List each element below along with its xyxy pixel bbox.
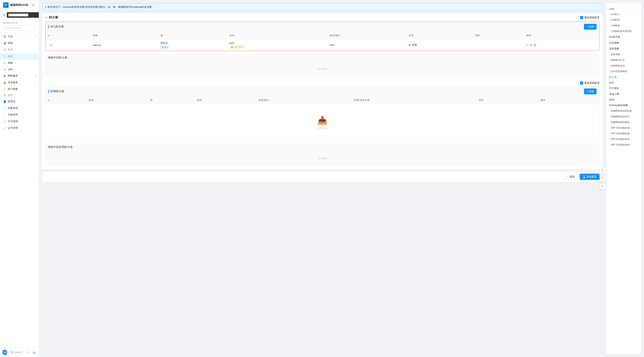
app-cover-wrap: ✓ 覆盖模板配置 bbox=[42, 80, 603, 86]
sidebar-item-vrf[interactable]: ◇ VRF bbox=[0, 66, 39, 72]
arrow-icon: ▾ bbox=[35, 75, 36, 77]
sidebar-item-template[interactable]: □ 模板 bbox=[0, 60, 39, 66]
chart-button[interactable]: 📊 bbox=[32, 350, 36, 355]
floating-edit-btn[interactable]: ✏ bbox=[600, 183, 606, 189]
cover-template-checkbox[interactable]: ✓ bbox=[580, 16, 583, 19]
acl-card-header: ACL防火墙 + 新建 bbox=[46, 22, 599, 32]
right-nav-tcp-opt[interactable]: TCP优化 bbox=[606, 85, 641, 91]
right-nav-lan-config[interactable]: LAN配置 bbox=[606, 17, 641, 23]
app-firewall-card: 应用防火墙 + 新建 # 名称 源 目的 协议/端口 应用/业务分类 bbox=[45, 86, 600, 142]
right-nav-qos-map[interactable]: QoS优先级映射 bbox=[606, 69, 641, 74]
sidebar-item-site[interactable]: □ 站点 bbox=[0, 53, 39, 60]
acl-table-head: # 名称 源 目的 协议/端口 状态 动作 操作 bbox=[46, 32, 599, 39]
save-button[interactable]: 💾 保存配置 bbox=[580, 174, 600, 180]
app-cover-checkbox[interactable]: ✓ bbox=[580, 81, 583, 85]
upgrade-icon: ↑ bbox=[3, 113, 6, 116]
sidebar-item-network[interactable]: ⊞ 网络服务 ▾ bbox=[0, 72, 39, 79]
right-nav-internet[interactable]: 本地上网 bbox=[606, 91, 641, 97]
right-nav-transport-route-recv[interactable]: 传输网络路由接收... bbox=[606, 119, 641, 125]
sidebar-item-alert[interactable]: ○ 告警管理 bbox=[0, 105, 39, 111]
app-col-name: 名称 bbox=[86, 96, 147, 104]
app-col-dest: 目的 bbox=[194, 96, 256, 104]
right-nav-auth[interactable]: 认证策略 bbox=[606, 40, 641, 46]
right-nav-biz[interactable]: 业务策略 bbox=[606, 46, 641, 52]
section-toggle[interactable]: ▼ bbox=[45, 16, 48, 19]
template-app-empty: 暂无数据 bbox=[45, 151, 600, 166]
app-cover-label: 覆盖模板配置 bbox=[584, 81, 600, 85]
template-icon: □ bbox=[3, 61, 6, 64]
sidebar-item-license[interactable]: ○ 许可管理 bbox=[0, 118, 39, 125]
template-acl-empty: 暂无数据 bbox=[45, 61, 600, 77]
col-action: 动作 bbox=[472, 32, 524, 39]
sidebar-logo: N 南凌科技SASE ☰ bbox=[0, 0, 39, 10]
floating-text-btn[interactable]: T bbox=[600, 168, 606, 174]
right-nav-firewall[interactable]: 防火墙 bbox=[606, 74, 641, 80]
region-select[interactable]: 请选择站点区域 ▾ bbox=[2, 25, 36, 30]
app-col-protocol: 协议/端口 bbox=[256, 96, 351, 104]
acl-firewall-card: ACL防火墙 + 新建 # 名称 源 目的 协议/端口 状态 bbox=[45, 22, 600, 51]
app-title: 南凌科技SASE bbox=[10, 3, 28, 7]
sidebar-item-log[interactable]: ☰ 日志 ▾ bbox=[0, 33, 39, 40]
acl-table: # 名称 源 目的 协议/端口 状态 动作 操作 bbox=[46, 32, 599, 51]
right-nav-lan-route-pub[interactable]: LAN路由发布优先级 bbox=[606, 28, 641, 34]
search-icon: 🔍 bbox=[2, 13, 6, 16]
info-icon: ℹ bbox=[45, 5, 46, 8]
sidebar-collapse-btn[interactable]: ☰ bbox=[31, 3, 36, 7]
source-tag: ▤ test bbox=[160, 45, 169, 49]
right-nav-vrf-e2e-1[interactable]: VRF E2E路由发布... bbox=[606, 136, 641, 142]
dest-tag: 🔒 dst_block bbox=[229, 45, 244, 48]
template-acl-section: 模板中的防火墙 暂无数据 bbox=[45, 54, 600, 77]
chevron-down-icon: ▾ bbox=[34, 26, 35, 29]
cert-icon: ○ bbox=[3, 126, 6, 130]
table-row: ≡1 rule111 本站点 ▤ test bbox=[46, 39, 599, 51]
app-empty-cell: 📥 暂无数据 bbox=[46, 104, 599, 142]
delete-icon[interactable]: 🗑 bbox=[534, 43, 536, 47]
acl-table-body: ≡1 rule111 本站点 ▤ test bbox=[46, 39, 599, 51]
right-nav-transport-qos[interactable]: 传输网络QoS bbox=[606, 63, 641, 69]
sidebar-item-upgrade[interactable]: ↑ 升级管理 bbox=[0, 111, 39, 118]
app-col-ops: 操作 bbox=[538, 96, 599, 104]
cover-template-label: 覆盖模板配置 bbox=[584, 16, 600, 19]
right-nav-transport-route-pri[interactable]: 传输网络路由优先级 bbox=[606, 108, 641, 114]
col-name: 名称 bbox=[90, 32, 158, 39]
floating-help-btn[interactable]: ? bbox=[600, 175, 606, 182]
edit-icon[interactable]: ✏ bbox=[526, 43, 528, 47]
right-nav-biz-qos[interactable]: 保障级别行为 bbox=[606, 57, 641, 63]
right-nav-overlay-route[interactable]: Overlay路由策略 bbox=[606, 102, 641, 108]
sidebar-item-admin[interactable]: 👤 管理员 bbox=[0, 98, 39, 105]
right-nav-lan[interactable]: LAN bbox=[606, 6, 641, 11]
col-dest: 目的 bbox=[227, 32, 327, 39]
right-nav-dns[interactable]: DNS bbox=[606, 97, 641, 102]
right-nav-vrf-global-2[interactable]: VRF Global路由接... bbox=[606, 131, 641, 136]
right-nav-vrf-global-1[interactable]: VRF Global路由发... bbox=[606, 125, 641, 131]
footer-search-btn[interactable]: 🔍 Search bbox=[9, 350, 24, 355]
security-icon: 🔒 bbox=[3, 81, 6, 84]
right-nav-transport-route-pub[interactable]: 传输网络路由发布... bbox=[606, 114, 641, 119]
template-app-header: 模板中的应用防火墙 bbox=[45, 143, 600, 151]
sidebar-item-cert[interactable]: ○ 证书管理 bbox=[0, 125, 39, 131]
acl-new-button[interactable]: + 新建 bbox=[584, 24, 596, 30]
right-nav-lan-def[interactable]: LAN定义 bbox=[606, 11, 641, 17]
copy-icon[interactable]: ⧉ bbox=[530, 43, 532, 47]
help-button[interactable]: ? bbox=[25, 350, 30, 355]
right-nav-ha[interactable]: HA高可用 bbox=[606, 34, 641, 40]
firewall-title: 防火墙 bbox=[49, 15, 578, 19]
sidebar-item-tenant[interactable]: ○ 租户参数 bbox=[0, 86, 39, 92]
right-nav-biz-policy[interactable]: 业务策略 bbox=[606, 52, 641, 57]
right-nav-lan-route[interactable]: LAN路由 bbox=[606, 23, 641, 28]
sidebar-item-report[interactable]: ▤ 报表 bbox=[0, 40, 39, 46]
right-nav-vrf-e2e-2[interactable]: VRF E2E路由接收... bbox=[606, 142, 641, 148]
sidebar-footer: AD 🔍 Search ? 📊 bbox=[0, 348, 39, 357]
back-button[interactable]: ← 返回 bbox=[564, 174, 578, 180]
sidebar-nav: ☰ 日志 ▾ ▤ 报表 ⚙ 配置 □ 站点 □ 模板 ◇ VRF ⊞ 网络服务 … bbox=[0, 32, 39, 348]
firewall-section-header: ▼ 防火墙 ✓ 覆盖模板配置 bbox=[42, 13, 603, 22]
app-col-action: 动作 bbox=[476, 96, 538, 104]
sidebar-item-config[interactable]: ⚙ 配置 bbox=[0, 46, 39, 53]
right-nav-nat[interactable]: NAT bbox=[606, 80, 641, 85]
col-status: 状态 bbox=[406, 32, 472, 39]
app-new-button[interactable]: + 新建 bbox=[584, 88, 596, 94]
sidebar-item-security[interactable]: 🔒 安全服务 ▾ bbox=[0, 79, 39, 86]
app-title: 应用防火墙 bbox=[48, 90, 584, 93]
sidebar-search-input[interactable] bbox=[7, 12, 39, 18]
cell-dest: ANY 🔒 dst_block bbox=[227, 39, 327, 51]
